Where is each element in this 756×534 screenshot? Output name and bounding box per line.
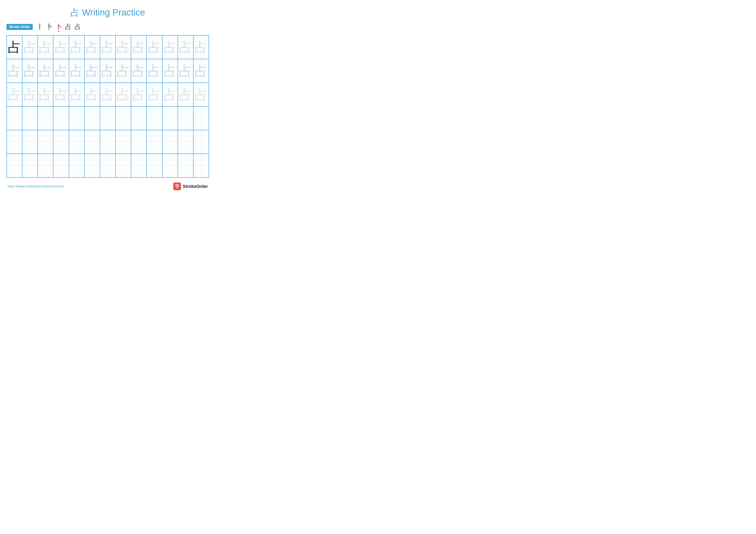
- footer-url[interactable]: https://www.strokeorder.com/chinese/占: [8, 184, 64, 189]
- grid-cell[interactable]: [69, 106, 85, 130]
- grid-cell[interactable]: [193, 130, 209, 154]
- grid-cell[interactable]: [53, 106, 69, 130]
- grid-cell[interactable]: [162, 130, 178, 154]
- grid-cell[interactable]: [38, 106, 53, 130]
- grid-cell[interactable]: [131, 130, 147, 154]
- practice-char: 占: [39, 64, 52, 78]
- practice-grid: 占占占占占占占占占占占占占占占占占占占占占占占占占占占占占占占占占占占占占占占: [7, 35, 209, 178]
- grid-cell[interactable]: [22, 130, 38, 154]
- grid-cell[interactable]: 占: [131, 59, 147, 83]
- grid-cell[interactable]: [100, 154, 116, 177]
- grid-cell[interactable]: 占: [85, 35, 100, 59]
- grid-cell[interactable]: 占: [131, 83, 147, 106]
- practice-char: 占: [23, 64, 37, 78]
- practice-char: 占: [70, 64, 83, 78]
- grid-cell[interactable]: 占: [147, 83, 162, 106]
- footer-brand: 字 StrokeOrder: [173, 183, 208, 190]
- grid-cell[interactable]: 占: [162, 35, 178, 59]
- grid-cell[interactable]: 占: [22, 35, 38, 59]
- grid-cell[interactable]: [22, 154, 38, 177]
- grid-cell[interactable]: 占: [38, 59, 53, 83]
- grid-cell[interactable]: [162, 106, 178, 130]
- grid-cell[interactable]: 占: [162, 83, 178, 106]
- practice-char: 占: [8, 40, 21, 54]
- practice-char: 占: [148, 88, 161, 101]
- grid-cell[interactable]: [53, 130, 69, 154]
- grid-cell[interactable]: [178, 130, 193, 154]
- grid-cell[interactable]: [147, 130, 162, 154]
- grid-cell[interactable]: [69, 154, 85, 177]
- grid-cell[interactable]: 占: [193, 59, 209, 83]
- grid-cell[interactable]: [85, 154, 100, 177]
- grid-cell[interactable]: [116, 130, 131, 154]
- grid-cell[interactable]: 占: [162, 59, 178, 83]
- grid-cell[interactable]: 占: [85, 59, 100, 83]
- page-title: 占 Writing Practice: [7, 7, 209, 18]
- grid-cell[interactable]: [116, 154, 131, 177]
- grid-cell[interactable]: [147, 106, 162, 130]
- grid-cell[interactable]: 占: [100, 35, 116, 59]
- grid-cell[interactable]: [100, 106, 116, 130]
- grid-cell[interactable]: 占: [53, 35, 69, 59]
- grid-cell[interactable]: 占: [116, 59, 131, 83]
- grid-cell[interactable]: [22, 106, 38, 130]
- grid-cell[interactable]: 占: [147, 59, 162, 83]
- grid-cell[interactable]: [85, 106, 100, 130]
- grid-cell[interactable]: 占: [69, 59, 85, 83]
- grid-cell[interactable]: [178, 106, 193, 130]
- grid-cell[interactable]: 占: [7, 83, 22, 106]
- practice-char: 占: [39, 40, 52, 54]
- grid-cell[interactable]: [53, 154, 69, 177]
- practice-char: 占: [132, 40, 146, 54]
- grid-cell[interactable]: [131, 154, 147, 177]
- grid-cell[interactable]: [7, 130, 22, 154]
- grid-cell[interactable]: 占: [116, 35, 131, 59]
- grid-cell[interactable]: 占: [38, 83, 53, 106]
- grid-cell[interactable]: 占: [85, 83, 100, 106]
- practice-char: 占: [194, 40, 208, 54]
- grid-cell[interactable]: [147, 154, 162, 177]
- grid-cell[interactable]: [100, 130, 116, 154]
- grid-cell[interactable]: 占: [100, 59, 116, 83]
- grid-cell[interactable]: 占: [7, 59, 22, 83]
- grid-cell[interactable]: [85, 130, 100, 154]
- grid-cell[interactable]: 占: [7, 35, 22, 59]
- grid-cell[interactable]: 占: [53, 59, 69, 83]
- grid-cell[interactable]: 占: [178, 83, 193, 106]
- grid-cell[interactable]: 占: [22, 83, 38, 106]
- grid-cell[interactable]: 占: [178, 35, 193, 59]
- grid-cell[interactable]: 占: [116, 83, 131, 106]
- grid-cell[interactable]: [7, 154, 22, 177]
- grid-cell[interactable]: [193, 106, 209, 130]
- stroke-4: 占: [65, 22, 71, 31]
- grid-cell[interactable]: [7, 106, 22, 130]
- grid-cell[interactable]: [69, 130, 85, 154]
- grid-cell[interactable]: 占: [178, 59, 193, 83]
- grid-cell[interactable]: 占: [131, 35, 147, 59]
- practice-char: 占: [117, 40, 130, 54]
- grid-cell[interactable]: 占: [22, 59, 38, 83]
- grid-cell[interactable]: 占: [38, 35, 53, 59]
- grid-cell[interactable]: [178, 154, 193, 177]
- practice-char: 占: [55, 64, 68, 78]
- grid-cell[interactable]: [162, 154, 178, 177]
- footer: https://www.strokeorder.com/chinese/占 字 …: [7, 183, 209, 190]
- grid-cell[interactable]: [38, 154, 53, 177]
- grid-cell[interactable]: 占: [193, 83, 209, 106]
- grid-cell[interactable]: [38, 130, 53, 154]
- grid-cell[interactable]: 占: [100, 83, 116, 106]
- grid-cell[interactable]: 占: [193, 35, 209, 59]
- stroke-sequence: 丨 卜 卜 占 占: [37, 22, 81, 31]
- grid-cell[interactable]: 占: [147, 35, 162, 59]
- grid-cell[interactable]: 占: [53, 83, 69, 106]
- grid-cell[interactable]: [116, 106, 131, 130]
- grid-cell[interactable]: 占: [69, 35, 85, 59]
- grid-cell[interactable]: [193, 154, 209, 177]
- practice-char: 占: [39, 88, 52, 101]
- grid-cell[interactable]: 占: [69, 83, 85, 106]
- practice-char: 占: [179, 40, 192, 54]
- practice-char: 占: [132, 64, 146, 78]
- practice-char: 占: [101, 64, 115, 78]
- brand-icon: 字: [173, 183, 181, 190]
- grid-cell[interactable]: [131, 106, 147, 130]
